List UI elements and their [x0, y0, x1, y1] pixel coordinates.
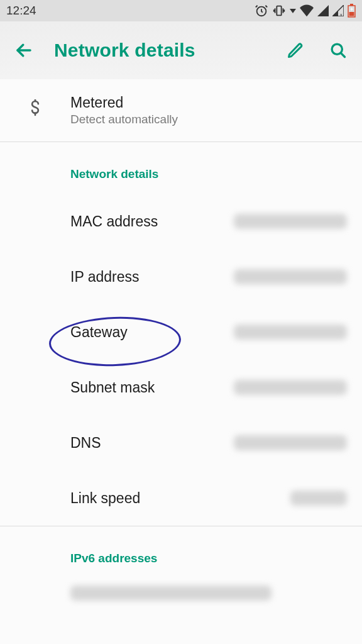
svg-text:+: +: [350, 6, 353, 13]
app-bar: Network details: [0, 21, 362, 79]
value-link-speed: redacted: [290, 491, 347, 506]
dollar-icon: [26, 99, 44, 123]
label-ip-address: IP address: [70, 269, 234, 286]
label-subnet-mask: Subnet mask: [70, 379, 234, 396]
status-icons: x +: [255, 4, 356, 18]
signal-secondary-icon: x: [332, 5, 344, 16]
signal-icon: [317, 5, 329, 16]
alarm-icon: [255, 4, 268, 18]
row-ip-address[interactable]: IP address redacted: [0, 249, 362, 304]
dropdown-icon: [290, 8, 296, 14]
battery-icon: +: [348, 4, 356, 18]
label-dns: DNS: [70, 435, 234, 452]
svg-rect-1: [277, 6, 281, 16]
row-mac-address[interactable]: MAC address redacted: [0, 194, 362, 249]
back-button[interactable]: [11, 38, 36, 63]
status-time: 12:24: [6, 4, 36, 18]
page-title: Network details: [54, 40, 265, 61]
value-mac-address: redacted: [234, 214, 347, 229]
metered-title: Metered: [70, 94, 347, 111]
wifi-icon: [300, 4, 314, 17]
vibrate-icon: [272, 4, 286, 18]
metered-subtitle: Detect automatically: [70, 113, 347, 126]
label-link-speed: Link speed: [70, 490, 290, 507]
status-bar: 12:24 x +: [0, 0, 362, 21]
metered-row[interactable]: Metered Detect automatically: [0, 79, 362, 142]
row-gateway[interactable]: Gateway redacted: [0, 304, 362, 360]
section-header-ipv6: IPv6 addresses: [0, 526, 362, 578]
svg-text:x: x: [340, 13, 343, 16]
value-subnet-mask: redacted: [234, 380, 347, 395]
svg-rect-4: [350, 4, 353, 6]
row-link-speed[interactable]: Link speed redacted: [0, 470, 362, 526]
value-dns: redacted: [234, 435, 347, 450]
edit-button[interactable]: [283, 38, 308, 63]
label-gateway: Gateway: [70, 324, 234, 341]
search-button[interactable]: [326, 38, 351, 63]
value-ip-address: redacted: [234, 269, 347, 284]
value-gateway: redacted: [234, 325, 347, 340]
value-ipv6: redacted: [70, 586, 272, 601]
row-dns[interactable]: DNS redacted: [0, 415, 362, 470]
row-subnet-mask[interactable]: Subnet mask redacted: [0, 360, 362, 415]
section-header-network-details: Network details: [0, 142, 362, 194]
label-mac-address: MAC address: [70, 213, 234, 230]
